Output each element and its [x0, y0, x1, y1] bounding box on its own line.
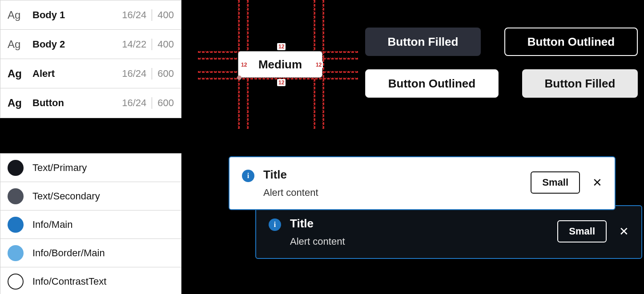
alert-content: Alert content — [290, 236, 548, 247]
color-label: Info/Border/Main — [32, 247, 105, 259]
typo-sample: Ag — [8, 9, 32, 21]
typo-specs: 14/22 400 — [122, 39, 174, 50]
color-swatch — [8, 188, 24, 204]
color-table: Text/Primary Text/Secondary Info/Main In… — [0, 153, 181, 294]
button-label: Button Outlined — [527, 35, 615, 49]
typo-size: 16/24 — [122, 97, 146, 109]
typo-size: 16/24 — [122, 68, 146, 79]
alert-title: Title — [263, 168, 522, 182]
color-row: Text/Secondary — [0, 182, 181, 211]
typo-sample: Ag — [8, 38, 32, 51]
color-label: Text/Secondary — [32, 191, 100, 202]
color-label: Text/Primary — [32, 162, 87, 174]
alert-action-button[interactable]: Small — [531, 171, 580, 194]
typo-specs: 16/24 400 — [122, 9, 174, 21]
padding-bottom-label: 12 — [277, 79, 286, 86]
spec-chip: Medium — [238, 51, 322, 78]
typo-row-body2: Ag Body 2 14/22 400 — [0, 30, 181, 59]
typo-row-alert: Ag Alert 16/24 600 — [0, 59, 181, 88]
alert-dark: i Title Alert content Small ✕ — [255, 205, 642, 259]
divider — [152, 68, 152, 79]
padding-right-label: 12 — [314, 61, 323, 68]
typo-specs: 16/24 600 — [122, 97, 174, 109]
alert-light: i Title Alert content Small ✕ — [229, 156, 616, 210]
typo-sample: Ag — [8, 97, 32, 109]
alert-title: Title — [290, 217, 548, 230]
typography-table: Ag Body 1 16/24 400 Ag Body 2 14/22 400 … — [0, 0, 181, 118]
color-row: Info/Main — [0, 211, 181, 239]
color-swatch — [8, 217, 24, 233]
alert-action-button[interactable]: Small — [557, 220, 607, 242]
typo-name: Body 1 — [32, 9, 122, 21]
padding-spec: Medium 12 12 12 12 — [198, 0, 358, 129]
alert-action-label: Small — [569, 226, 595, 237]
alert-body: Title Alert content — [290, 217, 548, 247]
divider — [152, 39, 152, 50]
button-filled-dark[interactable]: Button Filled — [365, 28, 481, 56]
color-row: Info/ContrastText — [0, 267, 181, 294]
typo-specs: 16/24 600 — [122, 68, 174, 79]
spec-anchor-dot — [237, 75, 242, 80]
typo-sample: Ag — [8, 68, 32, 80]
typo-name: Button — [32, 97, 122, 109]
alert-actions: Small ✕ — [531, 171, 602, 194]
typo-weight: 400 — [157, 9, 174, 21]
color-swatch — [8, 245, 24, 261]
typo-size: 16/24 — [122, 9, 146, 21]
info-icon: i — [242, 170, 254, 182]
alert-action-label: Small — [542, 177, 568, 188]
alert-content: Alert content — [263, 187, 522, 199]
typo-name: Body 2 — [32, 39, 122, 50]
typo-weight: 600 — [157, 97, 174, 109]
padding-left-label: 12 — [240, 61, 248, 68]
typo-weight: 600 — [157, 68, 174, 79]
color-row: Info/Border/Main — [0, 239, 181, 267]
close-icon[interactable]: ✕ — [592, 177, 602, 188]
color-label: Info/Main — [32, 219, 73, 230]
color-label: Info/ContrastText — [32, 276, 106, 287]
typo-row-body1: Ag Body 1 16/24 400 — [0, 0, 181, 30]
typo-weight: 400 — [157, 39, 174, 50]
button-label: Button Filled — [545, 77, 616, 91]
spec-chip-label: Medium — [258, 58, 302, 72]
color-swatch — [8, 160, 24, 176]
close-icon[interactable]: ✕ — [619, 226, 629, 237]
padding-top-label: 12 — [277, 43, 286, 50]
alert-actions: Small ✕ — [557, 220, 629, 242]
divider — [152, 9, 152, 21]
divider — [152, 97, 152, 109]
color-swatch — [8, 274, 24, 290]
button-label: Button Filled — [388, 35, 459, 49]
typo-size: 14/22 — [122, 39, 146, 50]
button-outlined-dark[interactable]: Button Outlined — [504, 28, 638, 56]
info-icon: i — [269, 219, 281, 231]
button-outlined-light[interactable]: Button Outlined — [365, 69, 499, 98]
typo-row-button: Ag Button 16/24 600 — [0, 88, 181, 118]
alert-body: Title Alert content — [263, 168, 522, 199]
button-label: Button Outlined — [388, 77, 475, 91]
color-row: Text/Primary — [0, 154, 181, 182]
button-filled-light[interactable]: Button Filled — [522, 69, 638, 98]
typo-name: Alert — [32, 68, 122, 79]
